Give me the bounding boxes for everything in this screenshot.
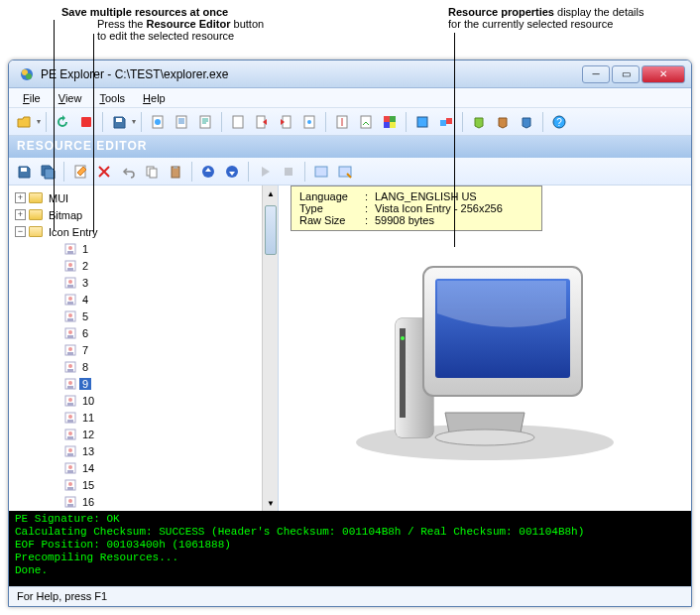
edit-resource-icon[interactable] — [69, 161, 91, 183]
play-icon[interactable] — [254, 161, 276, 183]
svg-point-58 — [68, 364, 72, 368]
svg-rect-50 — [67, 318, 73, 321]
tree-leaf[interactable]: 16 — [11, 493, 276, 510]
statusbar: For Help, press F1 — [9, 586, 691, 606]
svg-point-52 — [68, 330, 72, 334]
tree-node-iconentry[interactable]: −Icon Entry — [11, 223, 276, 240]
svg-rect-62 — [67, 386, 73, 389]
close-button[interactable]: ✕ — [642, 65, 685, 83]
menu-help[interactable]: Help — [135, 90, 174, 106]
tree-leaf[interactable]: 7 — [11, 341, 276, 358]
svg-rect-83 — [67, 504, 73, 507]
svg-rect-71 — [67, 436, 73, 439]
svg-rect-34 — [315, 167, 327, 177]
tree-leaf[interactable]: 4 — [11, 291, 276, 308]
down-icon[interactable] — [221, 161, 243, 183]
preview-panel: Language:LANG_ENGLISH US Type:Vista Icon… — [279, 185, 691, 511]
save-resource-icon[interactable] — [13, 161, 35, 183]
stop2-icon[interactable] — [278, 161, 299, 183]
svg-point-40 — [68, 263, 72, 267]
doc2-icon[interactable] — [171, 111, 192, 133]
menu-tools[interactable]: Tools — [91, 90, 133, 106]
section-header: RESOURCE EDITOR — [9, 136, 691, 158]
svg-point-88 — [401, 336, 405, 340]
main-toolbar: ▾ ▾ ? — [9, 108, 691, 136]
svg-rect-21 — [440, 120, 446, 126]
doc7-icon[interactable] — [355, 111, 377, 133]
resource-tree[interactable]: +MUI+Bitmap−Icon Entry123456789101112131… — [9, 185, 279, 511]
export-icon[interactable] — [251, 111, 273, 133]
undo-icon[interactable] — [117, 161, 139, 183]
view1-icon[interactable] — [310, 161, 332, 183]
tree-leaf[interactable]: 10 — [11, 392, 276, 409]
delete-icon[interactable] — [93, 161, 115, 183]
svg-point-2 — [26, 73, 32, 79]
svg-rect-41 — [67, 268, 73, 271]
svg-rect-19 — [390, 122, 396, 128]
view2-icon[interactable] — [334, 161, 356, 183]
tree-leaf[interactable]: 2 — [11, 257, 276, 274]
svg-rect-4 — [116, 118, 122, 122]
svg-rect-22 — [446, 118, 452, 124]
plugin2-icon[interactable] — [492, 111, 514, 133]
icon-preview — [346, 229, 624, 467]
svg-text:?: ? — [556, 117, 562, 128]
tree-leaf[interactable]: 1 — [11, 240, 276, 257]
doc1-icon[interactable] — [147, 111, 169, 133]
doc4-icon[interactable] — [227, 111, 249, 133]
minimize-button[interactable]: ─ — [582, 65, 610, 83]
menu-view[interactable]: View — [51, 90, 90, 106]
svg-rect-16 — [384, 116, 390, 122]
svg-rect-80 — [67, 487, 73, 490]
plugin1-icon[interactable] — [468, 111, 490, 133]
menu-file[interactable]: File — [15, 90, 49, 106]
tree-leaf[interactable]: 3 — [11, 274, 276, 291]
tree-leaf[interactable]: 14 — [11, 459, 276, 476]
svg-point-46 — [68, 297, 72, 301]
tree-leaf[interactable]: 6 — [11, 324, 276, 341]
save-multiple-icon[interactable] — [37, 161, 58, 183]
annotation-line — [54, 20, 55, 230]
annotation-line — [93, 34, 94, 232]
refresh-icon[interactable] — [52, 111, 73, 133]
svg-rect-56 — [67, 352, 73, 355]
svg-rect-18 — [384, 122, 390, 128]
svg-rect-20 — [417, 117, 427, 127]
tree-leaf[interactable]: 11 — [11, 409, 276, 426]
save-icon[interactable] — [108, 111, 130, 133]
tool1-icon[interactable] — [411, 111, 433, 133]
svg-rect-38 — [67, 251, 73, 254]
svg-rect-77 — [67, 470, 73, 473]
doc6-icon[interactable] — [331, 111, 353, 133]
tree-leaf[interactable]: 13 — [11, 442, 276, 459]
help-icon[interactable]: ? — [548, 111, 570, 133]
svg-rect-68 — [67, 420, 73, 423]
tree-node-mui[interactable]: +MUI — [11, 189, 276, 206]
titlebar[interactable]: PE Explorer - C:\TEST\explorer.exe ─ ▭ ✕ — [9, 61, 691, 88]
up-icon[interactable] — [197, 161, 219, 183]
tree-leaf[interactable]: 12 — [11, 426, 276, 442]
tree-leaf[interactable]: 9 — [11, 375, 276, 392]
open-icon[interactable] — [13, 111, 35, 133]
console-output: PE Signature: OK Calculating Checksum: S… — [9, 511, 691, 586]
tree-leaf[interactable]: 5 — [11, 308, 276, 324]
svg-point-67 — [68, 415, 72, 419]
svg-point-61 — [68, 381, 72, 385]
svg-rect-74 — [67, 453, 73, 456]
tree-leaf[interactable]: 15 — [11, 476, 276, 493]
doc3-icon[interactable] — [194, 111, 216, 133]
copy-icon[interactable] — [141, 161, 163, 183]
tree-leaf[interactable]: 8 — [11, 358, 276, 375]
plugin3-icon[interactable] — [516, 111, 537, 133]
doc5-icon[interactable] — [298, 111, 320, 133]
svg-point-37 — [68, 246, 72, 250]
svg-rect-59 — [67, 369, 73, 372]
color-icon[interactable] — [379, 111, 401, 133]
tree-node-bitmap[interactable]: +Bitmap — [11, 206, 276, 223]
svg-rect-30 — [174, 166, 177, 169]
tree-scrollbar[interactable]: ▲ ▼ — [262, 185, 278, 511]
paste-icon[interactable] — [165, 161, 186, 183]
svg-point-76 — [68, 465, 72, 469]
maximize-button[interactable]: ▭ — [612, 65, 640, 83]
import-icon[interactable] — [275, 111, 296, 133]
